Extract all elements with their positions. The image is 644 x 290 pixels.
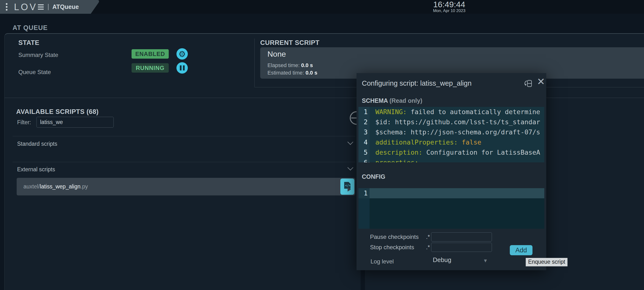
configure-script-button[interactable]: </> <box>340 179 354 195</box>
script-name: latiss_wep_align <box>40 183 80 190</box>
enqueue-script-tooltip: Enqueue script <box>526 258 568 266</box>
schema-line-text: properties: <box>370 158 418 162</box>
add-button[interactable]: Add <box>510 245 532 255</box>
summary-state-label: Summary State <box>18 52 58 58</box>
scripts-group-divider <box>12 162 355 162</box>
script-code-icon: </> <box>343 181 352 192</box>
elapsed-time-value: 0.0 s <box>301 62 313 68</box>
pause-checkpoints-input[interactable] <box>431 232 492 242</box>
schema-line-text: $schema: http://json-schema.org/draft-07… <box>370 127 540 137</box>
estimated-time-label: Estimated time: <box>268 70 304 76</box>
queue-state-label: Queue State <box>18 69 51 75</box>
external-scripts-group[interactable]: External scripts <box>17 166 55 173</box>
schema-code-line: 4additionalProperties: false <box>358 137 544 147</box>
modal-title: Configuring script: latiss_wep_align <box>362 79 472 87</box>
schema-line-number: 5 <box>358 147 370 158</box>
scripts-group-divider <box>12 136 355 136</box>
elapsed-time-label: Elapsed time: <box>268 62 300 68</box>
stop-checkpoints-input[interactable] <box>431 243 492 252</box>
at-queue-panel: STATE Summary State ENABLED ⚙ Queue Stat… <box>4 33 644 290</box>
schema-line-number: 4 <box>358 137 370 147</box>
configure-script-modal: Configuring script: latiss_wep_align ✕ S… <box>356 73 546 270</box>
estimated-time-value: 0.0 s <box>306 70 318 76</box>
summary-state-badge: ENABLED <box>132 49 169 59</box>
chevron-down-icon[interactable] <box>347 165 353 170</box>
schema-code-editor[interactable]: 1WARNING: failed to automatically determ… <box>358 107 544 162</box>
close-modal-button[interactable]: ✕ <box>536 76 546 87</box>
rotate-layout-icon <box>524 79 533 89</box>
elapsed-time-row: Elapsed time: 0.0 s <box>268 62 313 68</box>
current-script-name: None <box>268 50 286 59</box>
estimated-time-row: Estimated time: 0.0 s <box>268 70 318 76</box>
schema-code-line: 2$id: https://github.com/lsst-ts/ts_stan… <box>358 117 544 127</box>
available-scripts-heading: AVAILABLE SCRIPTS (68) <box>16 108 99 116</box>
schema-heading-text: SCHEMA <box>362 97 388 104</box>
queue-state-badge: RUNNING <box>132 63 169 73</box>
rotate-layout-button[interactable] <box>524 79 533 89</box>
log-level-select[interactable]: Debug <box>433 256 452 264</box>
schema-code-line: 6▾properties: <box>358 158 544 162</box>
script-path: auxtel/latiss_wep_align.py <box>24 183 88 190</box>
schema-line-text: $id: https://github.com/lsst-ts/ts_stand… <box>370 117 540 127</box>
stop-checkpoints-regex-hint: .* <box>426 244 430 251</box>
schema-line-text: WARNING: failed to automatically determi… <box>370 107 540 117</box>
stop-checkpoints-label-text: Stop checkpoints <box>370 244 414 251</box>
config-line-number: 1 <box>358 188 370 198</box>
summary-state-settings-button[interactable]: ⚙ <box>176 48 188 60</box>
filter-input[interactable] <box>36 117 114 128</box>
clock-date: Mon, Apr 10 2023 <box>427 9 471 13</box>
svg-text:</>: </> <box>345 184 350 187</box>
fold-caret-icon[interactable]: ▾ <box>368 158 370 162</box>
schema-line-number: 6▾ <box>358 158 370 162</box>
schema-line-number: 2 <box>358 117 370 127</box>
schema-line-number: 3 <box>358 127 370 137</box>
state-section-divider <box>4 98 644 98</box>
page-title: AT QUEUE <box>12 24 48 32</box>
state-heading: STATE <box>18 39 39 46</box>
love-logo-text: LOV <box>14 2 38 11</box>
pause-queue-button[interactable] <box>176 62 188 74</box>
kebab-menu-icon[interactable] <box>6 3 8 10</box>
config-heading: CONFIG <box>362 173 385 180</box>
header-tab: LOV ATQueue <box>0 0 90 14</box>
log-level-label: Log level <box>370 258 394 265</box>
config-code-editor[interactable]: 1 <box>358 188 544 229</box>
love-logo: LOV ATQueue <box>14 2 79 11</box>
standard-scripts-group[interactable]: Standard scripts <box>17 141 57 147</box>
chevron-down-icon[interactable] <box>347 139 353 145</box>
current-script-heading: CURRENT SCRIPT <box>260 39 320 46</box>
window-title: ATQueue <box>52 3 79 10</box>
schema-line-number: 1 <box>358 107 370 117</box>
script-extension: .py <box>80 183 88 190</box>
pause-checkpoints-label: Pause checkpoints .* <box>370 234 430 240</box>
logo-separator <box>48 4 48 10</box>
clock-time: 16:49:44 <box>427 0 471 9</box>
clock: 16:49:44 Mon, Apr 10 2023 <box>427 0 471 13</box>
schema-heading: SCHEMA (Read only) <box>362 97 422 104</box>
schema-readonly-note: (Read only) <box>389 97 422 104</box>
love-logo-xi-icon <box>38 4 44 10</box>
schema-code-line: 3$schema: http://json-schema.org/draft-0… <box>358 127 544 137</box>
script-path-prefix: auxtel/ <box>24 183 40 190</box>
schema-code-line: 5description: Configuration for LatissBa… <box>358 147 544 158</box>
pause-icon <box>180 65 185 70</box>
script-list-item[interactable]: auxtel/latiss_wep_align.py </> <box>17 178 355 195</box>
dropdown-caret-icon[interactable]: ▾ <box>484 257 487 264</box>
schema-line-text: description: Configuration for LatissBas… <box>370 147 540 158</box>
config-active-line <box>358 188 544 198</box>
schema-code-line: 1WARNING: failed to automatically determ… <box>358 107 544 117</box>
stop-checkpoints-label: Stop checkpoints .* <box>370 244 430 251</box>
pause-checkpoints-label-text: Pause checkpoints <box>370 234 418 240</box>
top-bar: LOV ATQueue 16:49:44 Mon, Apr 10 2023 <box>0 0 644 14</box>
pause-checkpoints-regex-hint: .* <box>426 234 430 240</box>
filter-label: Filter: <box>17 119 31 126</box>
gear-icon: ⚙ <box>178 50 186 58</box>
state-current-divider <box>254 39 255 87</box>
close-icon: ✕ <box>537 76 545 87</box>
schema-line-text: additionalProperties: false <box>370 137 481 147</box>
